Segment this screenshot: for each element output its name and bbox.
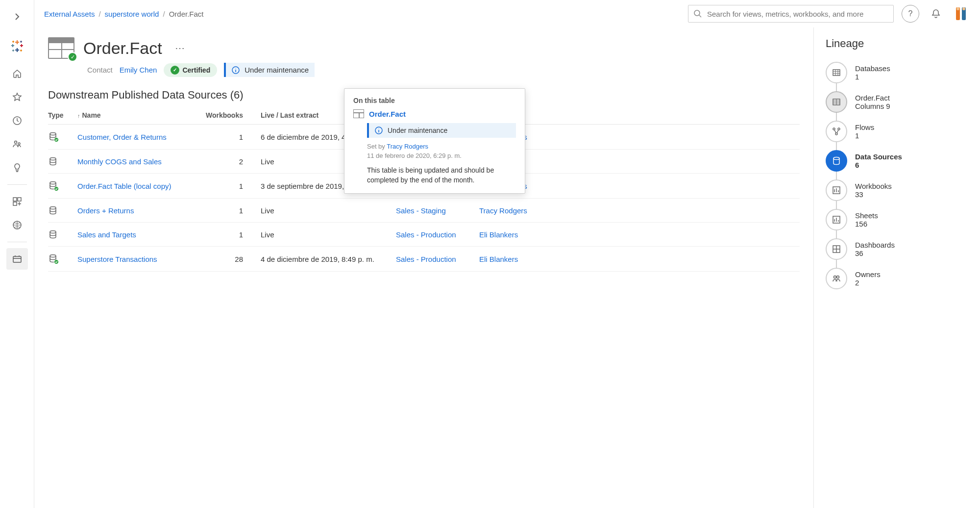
lineage-title: Lineage — [826, 37, 968, 50]
row-name-link[interactable]: Monthly COGS and Sales — [77, 157, 162, 166]
external-assets-nav-icon[interactable] — [6, 214, 28, 236]
lineage-icon — [826, 238, 847, 260]
row-owner-link[interactable]: Eli Blankers — [479, 255, 518, 263]
search-input[interactable] — [707, 10, 888, 18]
lineage-item[interactable]: Data Sources 6 — [826, 147, 968, 175]
svg-point-29 — [833, 157, 839, 160]
svg-point-26 — [833, 128, 835, 130]
col-workbooks[interactable]: Workbooks — [205, 106, 249, 125]
popover-status-banner: Under maintenance — [367, 123, 516, 138]
maintenance-banner[interactable]: Under maintenance — [224, 63, 315, 77]
lineage-count: 1 — [855, 131, 874, 140]
recents-icon[interactable] — [6, 110, 28, 131]
table-row[interactable]: Orders + Returns 1 Live Sales - Staging … — [48, 199, 800, 223]
row-name-link[interactable]: Sales and Targets — [77, 230, 136, 239]
row-workbooks: 1 — [205, 174, 249, 199]
lineage-count: Columns 9 — [855, 102, 890, 110]
topbar: External Assets / superstore world / Ord… — [34, 0, 980, 27]
svg-point-2 — [18, 143, 20, 145]
row-workbooks: 2 — [205, 150, 249, 174]
row-name-link[interactable]: Orders + Returns — [77, 206, 134, 215]
left-nav-rail — [0, 0, 34, 508]
svg-point-22 — [54, 260, 59, 264]
col-type[interactable]: Type — [48, 106, 77, 125]
lineage-panel: Lineage Databases 1 Order.Fact Columns 9… — [813, 27, 980, 508]
popover-table-name[interactable]: Order.Fact — [353, 109, 516, 118]
info-icon — [232, 66, 240, 74]
shared-icon[interactable] — [6, 133, 28, 155]
breadcrumb-current: Order.Fact — [169, 10, 204, 18]
svg-point-12 — [962, 7, 965, 10]
svg-rect-5 — [13, 202, 17, 205]
breadcrumb: External Assets / superstore world / Ord… — [44, 10, 203, 18]
breadcrumb-parent[interactable]: superstore world — [105, 10, 159, 18]
lineage-icon — [826, 150, 847, 172]
col-owner[interactable] — [479, 106, 800, 125]
row-project-link[interactable]: Sales - Production — [396, 230, 456, 239]
lineage-item[interactable]: Workbooks 33 — [826, 177, 968, 204]
more-actions-button[interactable]: ⋯ — [171, 40, 189, 56]
search-box[interactable] — [688, 5, 894, 23]
page-title: Order.Fact — [83, 39, 162, 58]
row-name-link[interactable]: Order.Fact Table (local copy) — [77, 182, 171, 190]
help-icon[interactable]: ? — [902, 5, 919, 23]
lineage-icon — [826, 209, 847, 230]
svg-point-14 — [50, 133, 56, 135]
popover-table-name-text: Order.Fact — [369, 110, 406, 118]
expand-nav-icon[interactable] — [6, 6, 28, 27]
svg-point-8 — [694, 10, 700, 16]
popover-setby-link[interactable]: Tracy Rodgers — [387, 143, 428, 150]
row-owner-link[interactable]: Tracy Rodgers — [479, 206, 527, 215]
lineage-count: 36 — [855, 249, 895, 257]
recommendations-icon[interactable] — [6, 157, 28, 178]
favorites-icon[interactable] — [6, 86, 28, 108]
maintenance-text: Under maintenance — [245, 66, 309, 74]
row-type-icon — [48, 174, 77, 199]
svg-rect-4 — [18, 198, 21, 201]
lineage-icon — [826, 121, 847, 142]
table-row[interactable]: Sales and Targets 1 Live Sales - Product… — [48, 223, 800, 247]
breadcrumb-sep: / — [163, 10, 165, 18]
svg-point-28 — [835, 133, 837, 135]
current-asset-icon[interactable] — [6, 248, 28, 270]
certified-check-icon: ✓ — [68, 52, 77, 62]
row-workbooks: 1 — [205, 199, 249, 223]
svg-point-11 — [956, 7, 959, 10]
row-project-link[interactable]: Sales - Production — [396, 255, 456, 263]
nav-separator — [7, 184, 27, 185]
row-type-icon — [48, 199, 77, 223]
lineage-item[interactable]: Owners 2 — [826, 265, 968, 292]
lineage-item[interactable]: Dashboards 36 — [826, 235, 968, 263]
svg-rect-7 — [13, 256, 21, 262]
row-name-link[interactable]: Superstore Transactions — [77, 255, 157, 263]
lineage-icon — [826, 268, 847, 289]
row-project-link[interactable]: Sales - Staging — [396, 206, 446, 215]
explore-icon[interactable] — [6, 191, 28, 212]
contact-link[interactable]: Emily Chen — [120, 66, 157, 74]
lineage-count: 1 — [855, 73, 890, 81]
svg-point-19 — [50, 207, 56, 209]
table-row[interactable]: Superstore Transactions 28 4 de diciembr… — [48, 247, 800, 272]
svg-point-1 — [14, 141, 17, 144]
row-owner-link[interactable]: Eli Blankers — [479, 230, 518, 239]
row-workbooks: 1 — [205, 125, 249, 150]
row-name-link[interactable]: Customer, Order & Returns — [77, 133, 167, 141]
lineage-icon — [826, 91, 847, 113]
lineage-item[interactable]: Flows 1 — [826, 118, 968, 145]
breadcrumb-sep: / — [98, 10, 100, 18]
nav-separator — [7, 242, 27, 242]
content-panel: ✓ Order.Fact ⋯ Contact Emily Chen ✓ Cert… — [34, 27, 813, 508]
home-icon[interactable] — [6, 63, 28, 84]
maintenance-popover: On this table Order.Fact Under maintenan… — [344, 88, 525, 194]
user-avatar[interactable] — [953, 5, 970, 23]
lineage-item[interactable]: Sheets 156 — [826, 206, 968, 233]
lineage-item[interactable]: Databases 1 — [826, 59, 968, 86]
breadcrumb-root[interactable]: External Assets — [44, 10, 95, 18]
lineage-label: Flows — [855, 123, 874, 131]
lineage-item[interactable]: Order.Fact Columns 9 — [826, 88, 968, 116]
svg-point-18 — [54, 187, 59, 191]
popover-status-text: Under maintenance — [388, 127, 447, 134]
notifications-icon[interactable] — [927, 5, 945, 23]
tableau-logo-icon[interactable] — [6, 35, 28, 57]
col-name[interactable]: ↑Name — [77, 106, 205, 125]
